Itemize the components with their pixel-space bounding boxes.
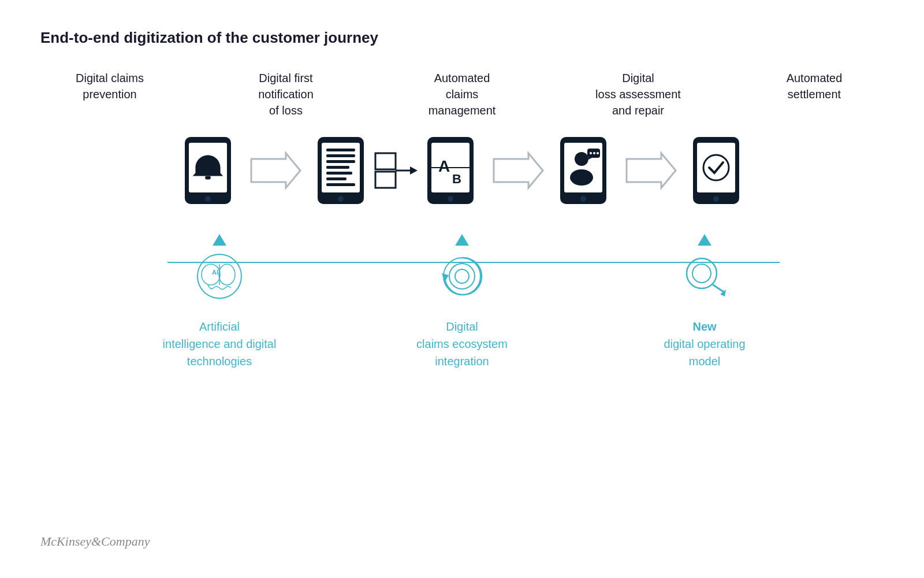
phone-video-icon — [552, 136, 615, 205]
svg-marker-36 — [627, 153, 676, 188]
ai-icon: AI — [193, 250, 245, 302]
svg-point-39 — [713, 196, 719, 202]
svg-point-51 — [692, 264, 711, 283]
phone-ab-icon: A B — [419, 136, 482, 205]
phone-list-icon — [309, 136, 372, 205]
svg-marker-4 — [251, 153, 300, 188]
label-4: Digitalloss assessmentand repair — [580, 70, 696, 118]
svg-marker-18 — [410, 166, 418, 175]
svg-rect-11 — [326, 166, 349, 169]
phone-check-icon — [684, 136, 748, 205]
svg-text:AI: AI — [212, 269, 218, 276]
mckinsey-logo: McKinsey&Company — [40, 534, 150, 549]
svg-text:B: B — [452, 172, 461, 186]
new-badge: New — [692, 320, 716, 333]
icons-row: A B — [40, 136, 884, 205]
arrow-3-icon — [615, 150, 684, 191]
svg-point-7 — [338, 196, 344, 202]
svg-point-29 — [575, 152, 588, 166]
svg-point-21 — [448, 196, 453, 202]
bottom-section: AI — [40, 234, 884, 370]
svg-point-35 — [597, 152, 599, 154]
arrow-1-icon — [240, 150, 309, 191]
model-item — [629, 234, 780, 311]
svg-point-33 — [590, 152, 592, 154]
model-label: Newdigital operatingmodel — [629, 318, 780, 370]
triangle-1 — [213, 234, 226, 246]
svg-line-52 — [713, 285, 724, 292]
box-connector-icon — [372, 150, 419, 191]
svg-point-44 — [219, 264, 235, 285]
svg-text:A: A — [438, 157, 450, 175]
triangle-2 — [455, 234, 469, 246]
label-1: Digital claimsprevention — [52, 70, 167, 102]
svg-rect-16 — [375, 172, 396, 188]
top-labels-row: Digital claimsprevention Digital firstno… — [40, 70, 884, 118]
svg-rect-10 — [326, 160, 355, 163]
svg-rect-13 — [326, 177, 346, 180]
ecosystem-item — [387, 234, 537, 311]
model-icon — [679, 250, 731, 302]
triangle-3 — [698, 234, 711, 246]
svg-rect-14 — [326, 183, 355, 186]
label-2: Digital firstnotificationof loss — [228, 70, 344, 118]
svg-point-48 — [455, 269, 469, 283]
ecosystem-icon — [436, 250, 488, 302]
arrow-2-icon — [482, 150, 552, 191]
label-3: Automatedclaimsmanagement — [404, 70, 520, 118]
svg-rect-3 — [205, 176, 211, 179]
svg-point-34 — [593, 152, 595, 154]
svg-rect-12 — [326, 172, 352, 175]
svg-rect-8 — [326, 149, 355, 151]
svg-rect-15 — [375, 153, 396, 169]
ai-item: AI — [144, 234, 295, 311]
page: End-to-end digitization of the customer … — [0, 0, 924, 578]
phone-bell-icon — [176, 136, 240, 205]
svg-marker-49 — [442, 273, 449, 282]
svg-point-30 — [570, 169, 593, 186]
ecosystem-label: Digitalclaims ecosystemintegration — [387, 318, 537, 370]
page-title: End-to-end digitization of the customer … — [40, 29, 884, 47]
svg-point-47 — [449, 264, 475, 289]
svg-point-28 — [580, 196, 586, 202]
svg-rect-9 — [326, 154, 355, 157]
ai-label: Artificialintelligence and digitaltechno… — [144, 318, 295, 370]
svg-marker-25 — [494, 153, 543, 188]
svg-point-2 — [205, 196, 211, 202]
label-5: Automatedsettlement — [757, 70, 872, 102]
